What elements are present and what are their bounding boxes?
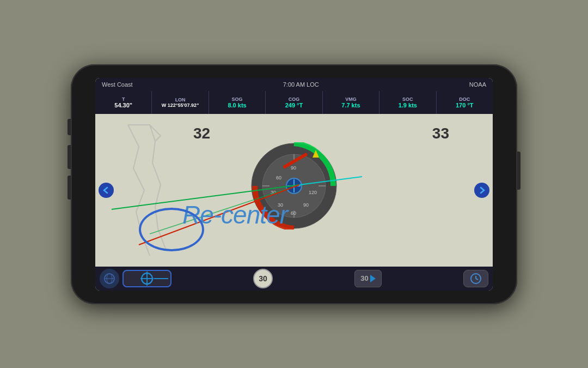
volume-down-button[interactable] (68, 145, 71, 169)
phone-shell: West Coast 7:00 AM LOC NOAA T 54.30" LON… (71, 64, 517, 304)
lon-label: LON (175, 97, 186, 102)
clock-icon (469, 272, 482, 285)
data-cell-doc: DOC 170 °T (437, 91, 493, 114)
waypoint-number-30: 30 (253, 269, 273, 288)
map-area[interactable]: 32 33 (95, 114, 493, 267)
data-cell-sog: SOG 8.0 kts (209, 91, 266, 114)
svg-text:90: 90 (303, 202, 309, 208)
svg-text:30: 30 (271, 190, 276, 195)
svg-text:90: 90 (291, 165, 296, 171)
data-cell-vmg: VMG 7.7 kts (323, 91, 379, 114)
nav-arrow-right[interactable] (474, 183, 489, 198)
map-background: 32 33 (95, 114, 493, 267)
volume-up-button[interactable] (68, 119, 71, 135)
mute-button[interactable] (68, 176, 71, 200)
screen: West Coast 7:00 AM LOC NOAA T 54.30" LON… (95, 78, 493, 291)
map-number-33: 33 (432, 125, 449, 142)
sog-label: SOG (232, 96, 243, 102)
svg-text:60: 60 (291, 210, 296, 216)
play-icon (370, 275, 376, 282)
t-label: T (122, 96, 125, 102)
data-cell-cog: COG 249 °T (266, 91, 322, 114)
soc-label: SOC (402, 96, 413, 102)
play-button-30[interactable]: 30 (354, 270, 382, 287)
bottom-bar: 30 30 (95, 267, 493, 291)
lon-value: W 122°55'07.92" (162, 102, 199, 108)
data-cell-lon: LON W 122°55'07.92" (152, 91, 209, 114)
crosshair-icon (140, 272, 154, 286)
crosshair-circle (141, 273, 153, 285)
data-cell-soc: SOC 1.9 kts (379, 91, 436, 114)
vmg-value: 7.7 kts (341, 102, 360, 108)
time-label: 7:00 AM LOC (283, 81, 319, 88)
recenter-circle-highlight (139, 208, 204, 251)
power-button[interactable] (517, 152, 520, 190)
sog-value: 8.0 kts (228, 102, 246, 108)
data-cell-t: T 54.30" (95, 91, 152, 114)
vmg-label: VMG (345, 96, 357, 102)
top-bar: West Coast 7:00 AM LOC NOAA (95, 78, 493, 91)
svg-text:60: 60 (276, 175, 281, 180)
svg-text:120: 120 (309, 190, 317, 195)
location-label: West Coast (102, 81, 133, 88)
recenter-button[interactable] (122, 270, 171, 287)
chart-source-label: NOAA (469, 81, 486, 88)
map-number-32: 32 (193, 125, 210, 142)
doc-value: 170 °T (456, 102, 474, 108)
t-value: 54.30" (114, 102, 132, 108)
waypoint-30-label: 30 (259, 274, 267, 283)
soc-value: 1.9 kts (399, 102, 417, 108)
clock-button[interactable] (463, 270, 488, 287)
globe-button[interactable] (100, 269, 119, 288)
cog-label: COG (289, 96, 300, 102)
cog-value: 249 °T (285, 102, 303, 108)
nav-arrow-left[interactable] (99, 183, 114, 198)
doc-label: DOC (459, 96, 470, 102)
svg-line-30 (476, 279, 478, 280)
data-bar: T 54.30" LON W 122°55'07.92" SOG 8.0 kts… (95, 91, 493, 114)
play-30-label: 30 (360, 274, 368, 282)
